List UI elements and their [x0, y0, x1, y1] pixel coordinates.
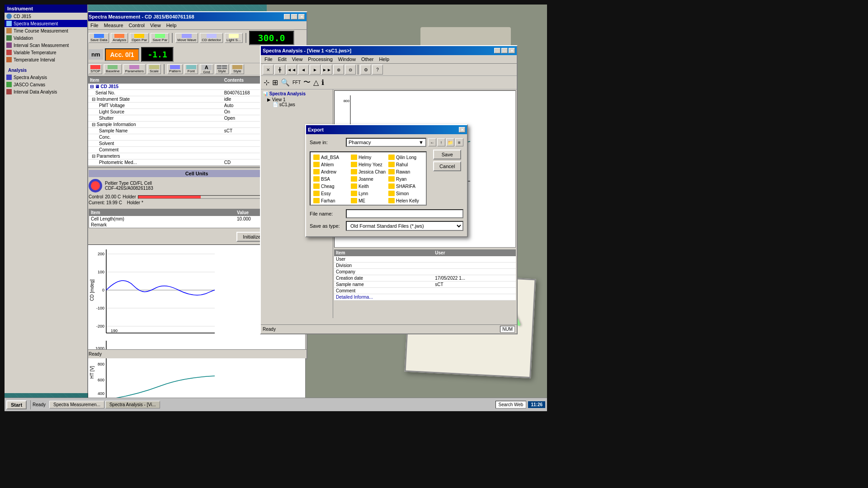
- analysis-info-container[interactable]: Item User User Division: [334, 249, 516, 317]
- sct-file-item[interactable]: 📄 sC1.jws: [262, 102, 332, 107]
- sidebar-item-time-course[interactable]: Time Course Measurement: [5, 27, 87, 34]
- sidebar-item-interval-data[interactable]: Interval Data Analysis: [5, 88, 87, 95]
- analysis-tool-right-arrow[interactable]: ►►: [321, 65, 332, 75]
- sidebar-item-variable-temp[interactable]: Variable Temperature: [5, 49, 87, 56]
- save-as-type-select[interactable]: Old Format Standard Files (*.jws): [346, 221, 463, 231]
- sidebar-item-spectra-measurement[interactable]: Spectra Measurement: [5, 20, 87, 27]
- taskbar-analysis-button[interactable]: Spectra Analysis - [Vi...: [105, 401, 160, 408]
- folder-sharifa[interactable]: SHARIFA: [387, 183, 424, 189]
- menu-help[interactable]: Help: [164, 22, 179, 28]
- maximize-button[interactable]: □: [291, 14, 297, 19]
- folder-lynn[interactable]: Lynn: [350, 190, 387, 197]
- style-button[interactable]: Style: [231, 64, 244, 74]
- analysis-minimize-button[interactable]: _: [494, 48, 500, 53]
- open-par-button[interactable]: Open Par: [130, 33, 149, 43]
- menu-measure[interactable]: Measure: [101, 22, 126, 28]
- parameters-button[interactable]: Scale: [147, 64, 161, 74]
- grid-button[interactable]: Style: [215, 64, 229, 74]
- analysis-tool-left-arrow[interactable]: ◄◄: [286, 65, 297, 75]
- nav-up-button[interactable]: ↑: [437, 138, 445, 146]
- folder-cheag[interactable]: Cheag: [312, 183, 349, 189]
- folder-joanne[interactable]: Joanne: [350, 176, 387, 182]
- info-tool[interactable]: ℹ: [321, 77, 325, 88]
- sidebar-item-cd-j815[interactable]: CD J815: [5, 13, 87, 20]
- folder-essy[interactable]: Essy: [312, 190, 349, 197]
- light-button[interactable]: Light S...: [225, 33, 243, 43]
- folder-helmy-yoez[interactable]: Helmy Yoez: [350, 161, 387, 168]
- analysis-menu-other[interactable]: Other: [359, 56, 377, 62]
- analysis-maximize-button[interactable]: □: [501, 48, 508, 53]
- nav-list-button[interactable]: ≡: [455, 138, 463, 146]
- sidebar-item-jasco-canvas[interactable]: JASCO Canvas: [5, 81, 87, 88]
- stop-cancel-button[interactable]: STOP: [89, 64, 102, 74]
- folder-hannah[interactable]: Hannah: [312, 205, 349, 206]
- save-in-dropdown[interactable]: Pharmacy ▼: [346, 138, 426, 147]
- sidebar-item-spectra-analysis[interactable]: Spectra Analysis: [5, 74, 87, 81]
- nav-back-button[interactable]: ←: [428, 138, 436, 146]
- analysis-tool-gear[interactable]: ⚙: [360, 65, 371, 75]
- menu-file[interactable]: File: [88, 22, 101, 28]
- analysis-button[interactable]: Analysis: [111, 33, 128, 43]
- folder-simon[interactable]: Simon: [387, 190, 424, 197]
- folder-me[interactable]: ME: [350, 197, 387, 204]
- folder-rahul[interactable]: Rahul: [387, 161, 424, 168]
- analysis-menu-window[interactable]: Window: [335, 56, 359, 62]
- folder-helmy[interactable]: Helmy: [350, 154, 387, 160]
- start-button[interactable]: Start: [6, 400, 27, 409]
- folder-farhan[interactable]: Farhan: [312, 197, 349, 204]
- export-close-button[interactable]: ✕: [459, 127, 465, 132]
- taskbar-measurement-button[interactable]: Spectra Measuremen...: [49, 401, 104, 408]
- folder-qilin-long[interactable]: Qilin Long: [387, 154, 424, 160]
- folder-helen-kelly[interactable]: Helen Kelly: [387, 197, 424, 204]
- peak-tool[interactable]: △: [312, 77, 320, 88]
- menu-view[interactable]: View: [147, 22, 164, 28]
- folder-andrew[interactable]: Andrew: [312, 169, 349, 175]
- wave-tool[interactable]: 〜: [302, 77, 311, 88]
- minimize-button[interactable]: _: [284, 14, 290, 19]
- pattern-button[interactable]: Font: [184, 64, 198, 74]
- folder-ova[interactable]: OVA: [350, 205, 387, 206]
- folder-keith[interactable]: Keith: [350, 183, 387, 189]
- sample-button[interactable]: Baseline: [104, 64, 122, 74]
- file-name-input[interactable]: [346, 209, 463, 218]
- cd-detector-button[interactable]: CD detector: [200, 33, 223, 43]
- analysis-menu-processing[interactable]: Processing: [305, 56, 335, 62]
- analysis-menu-edit[interactable]: Edit: [275, 56, 289, 62]
- save-par-button[interactable]: Save Par: [151, 33, 169, 43]
- scale-button[interactable]: Pattern: [167, 64, 183, 74]
- folder-ahlem[interactable]: Ahlem: [312, 161, 349, 168]
- analysis-tool-left[interactable]: ◄: [298, 65, 309, 75]
- analysis-menu-file[interactable]: File: [262, 56, 275, 62]
- search-web-field[interactable]: Search Web: [495, 401, 527, 408]
- view-1-item[interactable]: ▶ View 1: [262, 97, 332, 102]
- sidebar-item-interval-scan[interactable]: Interval Scan Measurement: [5, 42, 87, 49]
- analysis-tool-question[interactable]: ?: [372, 65, 383, 75]
- file-browser[interactable]: Adl_BSA Helmy Qilin Long Ahlem Helmy Yoe: [310, 151, 427, 206]
- cancel-button[interactable]: Cancel: [433, 161, 461, 171]
- select-tool[interactable]: ⊞: [271, 77, 279, 88]
- font-button[interactable]: A Grid: [200, 64, 213, 74]
- baseline-button[interactable]: Parameters: [123, 64, 146, 74]
- sidebar-item-validation[interactable]: Validation: [5, 34, 87, 42]
- nav-new-folder-button[interactable]: 📁: [446, 138, 454, 146]
- analysis-tool-x[interactable]: ✕: [263, 65, 274, 75]
- folder-rawan[interactable]: Rawan: [387, 169, 424, 175]
- folder-ryan[interactable]: Ryan: [387, 176, 424, 182]
- close-button[interactable]: ✕: [298, 14, 305, 19]
- folder-adl-bsa[interactable]: Adl_BSA: [312, 154, 349, 160]
- move-wave-button[interactable]: Move Wave: [175, 33, 198, 43]
- cursor-tool[interactable]: ⊹: [263, 77, 270, 88]
- folder-yj[interactable]: YJ: [387, 205, 424, 206]
- zoom-tool-2[interactable]: 🔍: [280, 77, 291, 88]
- fft-label[interactable]: FFT: [292, 79, 302, 86]
- analysis-close-button[interactable]: ✕: [509, 48, 515, 53]
- spectra-analysis-root[interactable]: 📊 Spectra Analysis: [262, 90, 332, 97]
- analysis-menu-help[interactable]: Help: [376, 56, 392, 62]
- menu-control[interactable]: Control: [126, 22, 147, 28]
- analysis-menu-view[interactable]: View: [289, 56, 306, 62]
- analysis-tool-zoom-out[interactable]: ⊖: [345, 65, 356, 75]
- analysis-tool-right[interactable]: ►: [310, 65, 321, 75]
- save-data-button[interactable]: Save Data: [89, 33, 109, 43]
- sidebar-item-temperature-interval[interactable]: Temperature Interval: [5, 56, 87, 63]
- analysis-tool-zoom[interactable]: ⊕: [333, 65, 344, 75]
